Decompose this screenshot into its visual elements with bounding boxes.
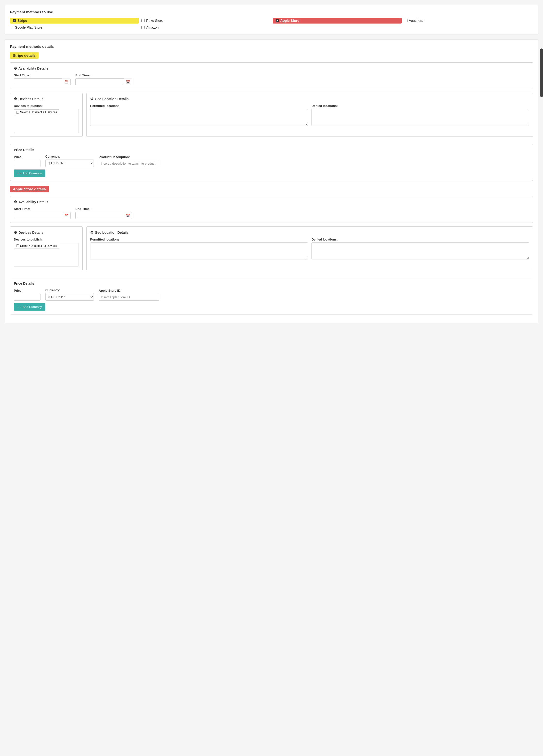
stripe-time-row: Start Time: 📅 End Time : 📅	[14, 73, 529, 85]
vouchers-method[interactable]: Vouchers	[404, 19, 533, 23]
stripe-currency-select[interactable]: $ US Dollar	[45, 160, 94, 167]
apple-add-currency-btn[interactable]: + + Add Currency	[14, 303, 45, 311]
apple-start-time-input-group: 📅	[14, 212, 71, 219]
scrollbar[interactable]	[540, 48, 543, 97]
stripe-devices-title: ⚙ Devices Details	[14, 97, 79, 101]
apple-end-time-input-group: 📅	[75, 212, 132, 219]
stripe-device-list: Select / Unselect All Devices	[14, 109, 79, 133]
apple-price-title: Price Details	[14, 281, 529, 285]
apple-id-label: Apple Store ID:	[99, 289, 159, 292]
stripe-price-input[interactable]: 0.00	[14, 160, 40, 167]
apple-start-time-label: Start Time:	[14, 207, 71, 211]
roku-method[interactable]: Roku Store	[141, 19, 270, 23]
stripe-start-time-calendar-btn[interactable]: 📅	[62, 79, 71, 85]
apple-permitted-label: Permitted locations:	[90, 238, 308, 241]
apple-store-method[interactable]: Apple Store	[273, 18, 402, 24]
stripe-devices-geo-row: ⚙ Devices Details Devices to publish: Se…	[10, 93, 533, 140]
stripe-label: Stripe	[17, 19, 27, 23]
stripe-add-currency-label: + Add Currency	[20, 171, 42, 175]
stripe-start-time-label: Start Time:	[14, 73, 71, 77]
google-play-method[interactable]: Google Play Store	[10, 25, 139, 29]
apple-denied-col: Denied locations:	[311, 238, 529, 259]
apple-currency-label: Currency:	[45, 288, 94, 292]
stripe-price-subsection: Price Details Price: 0.00 Currency: $ US…	[10, 144, 533, 181]
apple-end-time-calendar-btn[interactable]: 📅	[124, 212, 132, 219]
apple-devices-publish-label: Devices to publish:	[14, 238, 79, 241]
stripe-end-time-group: End Time : 📅	[75, 73, 132, 85]
stripe-denied-col: Denied locations:	[311, 104, 529, 126]
stripe-add-currency-btn[interactable]: + + Add Currency	[14, 169, 45, 177]
apple-end-time-input[interactable]	[75, 212, 124, 219]
stripe-denied-label: Denied locations:	[311, 104, 529, 108]
stripe-end-time-calendar-btn[interactable]: 📅	[124, 79, 132, 85]
payment-methods-section: Payment methods to use Stripe Roku Store…	[5, 5, 538, 34]
amazon-checkbox[interactable]	[141, 26, 145, 29]
gear-icon-stripe-geo: ⚙	[90, 97, 93, 101]
apple-end-time-group: End Time : 📅	[75, 207, 132, 219]
apple-currency-group: Currency: $ US Dollar	[45, 288, 94, 301]
apple-start-time-calendar-btn[interactable]: 📅	[62, 212, 71, 219]
google-play-checkbox[interactable]	[10, 26, 13, 29]
stripe-currency-group: Currency: $ US Dollar	[45, 155, 94, 167]
stripe-desc-label: Product Description:	[99, 155, 159, 159]
apple-devices-subsection: ⚙ Devices Details Devices to publish: Se…	[10, 226, 83, 270]
stripe-currency-label: Currency:	[45, 155, 94, 158]
stripe-end-time-input-group: 📅	[75, 78, 132, 85]
stripe-details-section: Stripe details ⚙ Availability Details St…	[10, 52, 533, 181]
stripe-select-all-checkbox[interactable]	[16, 111, 19, 114]
apple-start-time-group: Start Time: 📅	[14, 207, 71, 219]
apple-select-all-label: Select / Unselect All Devices	[20, 244, 57, 248]
payment-methods-title: Payment methods to use	[10, 10, 533, 14]
gear-icon-stripe-avail: ⚙	[14, 66, 17, 71]
payment-details-title: Payment methods details	[10, 44, 533, 48]
apple-id-input[interactable]	[99, 294, 159, 301]
stripe-checkbox[interactable]	[13, 19, 16, 22]
stripe-start-time-input[interactable]	[14, 78, 62, 85]
stripe-permitted-textarea[interactable]	[90, 109, 308, 126]
payment-methods-details-section: Payment methods details Stripe details ⚙…	[5, 39, 538, 323]
stripe-start-time-input-group: 📅	[14, 78, 71, 85]
stripe-geo-title: ⚙ Geo Location Details	[90, 97, 529, 101]
stripe-end-time-input[interactable]	[75, 78, 124, 85]
stripe-denied-textarea[interactable]	[311, 109, 529, 126]
apple-start-time-input[interactable]	[14, 212, 62, 219]
apple-checkbox[interactable]	[276, 19, 279, 22]
apple-denied-label: Denied locations:	[311, 238, 529, 241]
stripe-start-time-group: Start Time: 📅	[14, 73, 71, 85]
apple-price-input[interactable]: 0.00	[14, 294, 40, 301]
apple-end-time-label: End Time :	[75, 207, 132, 211]
stripe-permitted-label: Permitted locations:	[90, 104, 308, 108]
apple-details-label: Apple Store details	[10, 186, 49, 192]
stripe-select-all-label: Select / Unselect All Devices	[20, 111, 57, 114]
apple-badge[interactable]: Apple Store	[273, 18, 402, 24]
stripe-details-label: Stripe details	[10, 52, 39, 59]
stripe-end-time-label: End Time :	[75, 73, 132, 77]
apple-price-subsection: Price Details Price: 0.00 Currency: $ US…	[10, 278, 533, 314]
stripe-devices-subsection: ⚙ Devices Details Devices to publish: Se…	[10, 93, 83, 137]
vouchers-checkbox[interactable]	[404, 19, 407, 22]
roku-checkbox[interactable]	[141, 19, 145, 22]
apple-geo-title: ⚙ Geo Location Details	[90, 230, 529, 235]
apple-select-all-btn[interactable]: Select / Unselect All Devices	[14, 243, 59, 249]
stripe-select-all-btn[interactable]: Select / Unselect All Devices	[14, 109, 59, 115]
stripe-price-group: Price: 0.00	[14, 155, 40, 167]
payment-methods-row2: Google Play Store Amazon	[10, 25, 533, 29]
apple-device-list: Select / Unselect All Devices	[14, 243, 79, 266]
stripe-desc-input[interactable]	[99, 160, 159, 167]
apple-devices-geo-row: ⚙ Devices Details Devices to publish: Se…	[10, 226, 533, 274]
apple-select-all-checkbox[interactable]	[16, 244, 19, 247]
apple-currency-select[interactable]: $ US Dollar	[45, 293, 94, 301]
apple-geo-subsection: ⚙ Geo Location Details Permitted locatio…	[86, 226, 533, 270]
apple-price-row: Price: 0.00 Currency: $ US Dollar Apple …	[14, 288, 529, 301]
apple-denied-textarea[interactable]	[311, 242, 529, 259]
apple-permitted-textarea[interactable]	[90, 242, 308, 259]
amazon-method[interactable]: Amazon	[141, 25, 270, 29]
stripe-devices-list-area	[14, 116, 79, 133]
stripe-badge[interactable]: Stripe	[10, 18, 139, 24]
stripe-method[interactable]: Stripe	[10, 18, 139, 24]
amazon-label: Amazon	[146, 25, 159, 29]
apple-time-row: Start Time: 📅 End Time : 📅	[14, 207, 529, 219]
apple-add-currency-label: + Add Currency	[20, 305, 42, 309]
roku-label: Roku Store	[146, 19, 163, 23]
stripe-geo-subsection: ⚙ Geo Location Details Permitted locatio…	[86, 93, 533, 137]
